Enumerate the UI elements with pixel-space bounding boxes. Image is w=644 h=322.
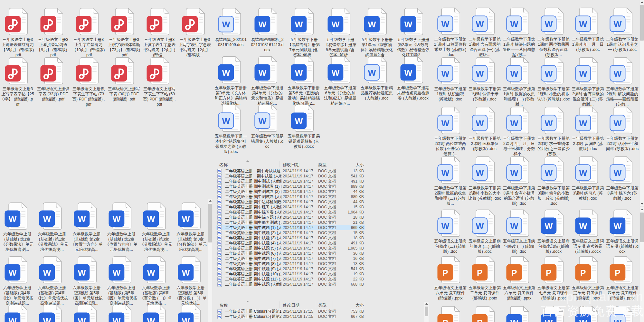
file-icon-item[interactable]: W易错题集_20210108161409.doc bbox=[213, 8, 249, 56]
scrollbar-bottom-file-list[interactable] bbox=[424, 302, 429, 322]
column-divider[interactable] bbox=[364, 301, 364, 308]
file-row[interactable]: W二年级英语上册 期中考试试题 (人教...2024/11/19 14:17DO… bbox=[216, 168, 365, 174]
file-icon-item[interactable]: W六年级数学上册 (基础版) 第6章《百分数 (一)》单元培优拔... bbox=[139, 256, 174, 304]
file-icon-item[interactable]: W三年级数学下册第2课时 年、月、日与千米和吨、分数和小... bbox=[502, 107, 536, 156]
file-icon-item[interactable]: W三年级数学下册第2课时 数据的收集和整理 (二) (苏教版... bbox=[433, 156, 468, 206]
file-icon-item[interactable]: W bbox=[173, 304, 208, 322]
file-icon-item[interactable]: W三年级数学下册第1课时 数据的收集和整理 (一) (苏教版... bbox=[502, 57, 536, 107]
file-icon-item[interactable]: W三年级数学下册第3课时 简单的小数加、减法 (苏教版) .doc bbox=[536, 156, 571, 206]
file-icon-item[interactable]: W五年级数学下册易错题集 (人教版) .doc bbox=[249, 104, 285, 153]
file-icon-item[interactable]: W五年级语文上册病句修改 (二) (部编版) .doc bbox=[433, 209, 468, 256]
file-icon-item[interactable]: W五年级数学下册第6单元《分数的加法和减法》易错题精选练习... bbox=[322, 56, 358, 104]
column-divider[interactable] bbox=[279, 161, 280, 167]
file-row[interactable]: W二年级英语上册 期中练习卷 (人教版一...2024/11/19 14:17D… bbox=[216, 210, 365, 215]
file-row[interactable]: W二年级英语上册 期中试题 (9) (人教版...2024/11/19 14:1… bbox=[216, 266, 365, 271]
file-icon-item[interactable]: W bbox=[0, 304, 35, 322]
file-icon-item[interactable]: W易错题难题解析_20210108161413.docx bbox=[249, 8, 285, 56]
file-icon-item[interactable]: W五年级数学下册期末易错点真题检测卷 (人教版) .docx bbox=[395, 56, 431, 104]
file-icon-item[interactable]: 三年级语文上册3上写字表字帖【250字】 (部编版) .pdf bbox=[0, 57, 35, 106]
file-icon-item[interactable]: W bbox=[104, 304, 139, 322]
column-divider[interactable] bbox=[315, 161, 315, 167]
scrollbar-bottom-left-panel[interactable] bbox=[208, 199, 212, 322]
column-header-size[interactable]: 大小 bbox=[336, 162, 364, 168]
file-icon-item[interactable]: W三年级数学下册第1课时 认识千米 (苏教版) .doc bbox=[468, 57, 502, 107]
file-icon-item[interactable]: W五年级数学下册一本好的"错题集"引领成功之路 (人教版) .doc bbox=[213, 104, 249, 153]
file-icon-item[interactable]: W三年级数学下册第1课时 两位数乘两位数和混合运算 (苏教版... bbox=[536, 7, 571, 57]
file-icon-item[interactable]: W三年级数学下册第1课时 小数的初步认识 (苏教版) .doc bbox=[536, 57, 571, 107]
file-icon-item[interactable]: W六年级数学上册 (基础版) 第3章《分数除法》单元培优拔高测... bbox=[139, 202, 174, 256]
file-row[interactable]: W二年级英语上册 期中测试卷 (1) (人教...2024/11/19 14:1… bbox=[216, 184, 365, 189]
file-row[interactable]: W二年级英语上册 期中测试卷 (人教版一...2024/11/19 14:17D… bbox=[216, 194, 365, 199]
file-icon-item[interactable]: W五年级语文上册病句修改 (三) (部编版) .doc bbox=[468, 209, 502, 256]
column-divider[interactable] bbox=[333, 161, 333, 167]
file-icon-item[interactable]: W六年级数学上册 (基础版) 第5章《圆》单元培优拔高测评试题... bbox=[69, 256, 104, 304]
column-header-name[interactable]: 名称 bbox=[219, 302, 228, 308]
file-icon-item[interactable]: W三年级数学下册第3课时 练习八 (苏教版) .doc bbox=[571, 156, 605, 206]
file-row[interactable]: W二年级英语上册 期中练习题 (人教版一...2024/11/19 14:17D… bbox=[216, 215, 365, 220]
file-icon-item[interactable]: W三年级数学下册第1课时 认识几分之一 (苏教版) .doc bbox=[605, 7, 639, 57]
file-icon-item[interactable]: P bbox=[433, 306, 468, 322]
file-row[interactable]: W二年级英语上册 期中测试 (人教版一起...2024/11/19 14:17D… bbox=[216, 179, 365, 184]
file-row[interactable]: W二年级英语上册 期中试题 (3) (人教版...2024/11/19 14:1… bbox=[216, 235, 365, 241]
file-icon-item[interactable]: P五年级语文上册第六单元 复习课件 (部编版) .pptx bbox=[502, 256, 536, 306]
column-header-size[interactable]: 大小 bbox=[336, 302, 364, 308]
file-icon-item[interactable]: 三年级语文上册3上识字表生字总表书写练习【2页】) (部编... bbox=[142, 8, 177, 57]
file-row[interactable]: W二年级英语上册 期中试题 (1) (人教版...2024/11/19 14:1… bbox=[216, 225, 365, 230]
column-header-type[interactable]: 类型 bbox=[318, 302, 327, 308]
file-row[interactable]: W二年级英语上册 期中试题 (6) (人教版...2024/11/19 14:1… bbox=[216, 251, 365, 256]
file-icon-item[interactable]: W五年级数学下册册第5单元《图形的运动》易错精选强化练习题(2... bbox=[286, 56, 322, 104]
file-icon-item[interactable]: W bbox=[139, 304, 174, 322]
file-icon-item[interactable]: W三年级数学下册第2课时 含有两级的混合运算 (二) (苏教版... bbox=[571, 57, 605, 107]
file-icon-item[interactable]: W三年级数学下册第2课时 认识平年和闰年 (苏教版) .doc bbox=[605, 107, 639, 156]
scrollbar-thumb[interactable] bbox=[640, 213, 644, 242]
file-icon-item[interactable]: W六年级数学上册 (基础版) 第5章《圆》单元培优拔高测评试题... bbox=[104, 256, 139, 304]
file-icon-item[interactable]: 三年级语文上册识字表生字字帖 (73页) PDF (部编版) .pdf bbox=[71, 57, 106, 106]
file-row[interactable]: W二年级英语上册 期中试题 (11) (人教...2024/11/19 14:1… bbox=[216, 277, 365, 282]
file-icon-item[interactable]: 三年级语文上册3上看拼音写词语【9页】 (部编版) .pdf bbox=[35, 8, 71, 57]
scroll-up-arrow[interactable] bbox=[640, 207, 644, 212]
file-icon-item[interactable]: W三年级数学下册第1课时 含有两级的混合运算 (一) (苏教版... bbox=[468, 7, 502, 57]
scrollbar-thumb[interactable] bbox=[208, 204, 212, 242]
file-icon-item[interactable]: W bbox=[69, 304, 104, 322]
file-icon-item[interactable]: W六年级数学上册 (基础版) 第4章《比》单元培优拔高测评试题... bbox=[0, 256, 35, 304]
file-row[interactable]: W二年级英语上册 期中试题 (人教版一...2024/11/19 14:17DO… bbox=[216, 174, 365, 179]
file-icon-item[interactable]: W三年级数学下册第2课时 求一些物体的几分之一是多少 (苏教... bbox=[536, 107, 571, 156]
file-icon-item[interactable]: W五年级数学下册【易错专练】册第7单元测试题 (含答案. 解析... bbox=[286, 8, 322, 56]
file-icon-item[interactable]: W六年级数学上册 (基础版) 第3章《分数除法》单元培优拔高测... bbox=[173, 202, 208, 256]
file-icon-item[interactable]: W五年级数学下册精品推荐易错题汇集 (人教版) .doc bbox=[358, 56, 395, 104]
file-icon-item[interactable]: W bbox=[502, 306, 536, 322]
file-icon-item[interactable]: W五年级语文上册词语专项 (部编版) .docx bbox=[605, 209, 639, 256]
file-icon-item[interactable]: P bbox=[468, 306, 502, 322]
scroll-up-arrow[interactable] bbox=[424, 302, 429, 306]
file-icon-item[interactable]: W三年级数学下册第2课时 认识吨 (苏教版) .doc bbox=[571, 107, 605, 156]
file-icon-item[interactable]: W六年级数学上册 (基础版) 第2章《位置与方向》单元培优拔高... bbox=[104, 202, 139, 256]
file-icon-item[interactable]: W三年级数学下册第1课时 年、月、日 (苏教版) .doc bbox=[571, 7, 605, 57]
file-icon-item[interactable]: 三年级语文上册写字表生字字帖 (59页) PDF (部编版) .pdf bbox=[142, 57, 177, 106]
file-icon-item[interactable]: W三年级数学下册第3课时 含有小括号的混合运算 (苏教版) .doc bbox=[502, 156, 536, 206]
column-header-date[interactable]: 修改日期 bbox=[283, 162, 299, 168]
file-row[interactable]: W二年级英语上册 期中试题 (10) (人教...2024/11/19 14:1… bbox=[216, 271, 365, 277]
scroll-up-arrow[interactable] bbox=[640, 0, 644, 4]
column-divider[interactable] bbox=[279, 301, 280, 308]
column-divider[interactable] bbox=[333, 301, 333, 308]
file-icon-item[interactable]: W五年级数学下册易错题难题解析 (人教版) .docx bbox=[286, 104, 322, 153]
file-row[interactable]: W二年级英语上册 期中试题 (5) (人教版...2024/11/19 14:1… bbox=[216, 246, 365, 251]
file-icon-item[interactable]: W五年级语文上册词语专项 参考答案 (部编版) .docx bbox=[571, 209, 605, 256]
file-icon-item[interactable]: 三年级语文上册写字表 (30页) PDF (部编版) .pdf bbox=[106, 57, 142, 106]
file-row[interactable]: W二年级英语上册 期中达标检测卷 (人教...2024/11/19 14:17D… bbox=[216, 199, 365, 204]
file-row[interactable]: W一年级英语上册 Colours习题第1课时 (...2024/11/19 17… bbox=[216, 309, 365, 314]
column-divider[interactable] bbox=[364, 161, 364, 167]
column-header-date[interactable]: 修改日期 bbox=[283, 302, 299, 308]
file-icon-item[interactable]: W三年级数学下册第3课时 练习六 (苏教版) .doc bbox=[605, 156, 639, 206]
file-icon-item[interactable]: W三年级数学下册第2课时 两位数乘两位数 (不进位) 的笔算 (... bbox=[433, 107, 468, 156]
file-icon-item[interactable]: W五年级数学下册册第3单元《长方体和正方体》易错精选强化练... bbox=[213, 56, 249, 104]
file-icon-item[interactable]: 三年级语文上册3上词语表描红练习【35页】 (部编版) .pdf bbox=[0, 8, 35, 57]
file-icon-item[interactable]: W三年级数学下册第1课时 认识面积 (苏教版) .doc bbox=[433, 57, 468, 107]
file-icon-item[interactable]: W三年级数学下册第2课时 解决问题的策略——画线段图 (苏教... bbox=[605, 57, 639, 107]
file-icon-item[interactable]: P五年级语文上册第八单元 复习课件 (部编版) .pptx bbox=[433, 256, 468, 306]
file-row[interactable]: W二年级英语上册 期中试题 (4) (人教版...2024/11/19 14:1… bbox=[216, 241, 365, 246]
file-icon-item[interactable]: W五年级数学下册册第1单元《观察物体》易错精选强化练习题2 含... bbox=[358, 8, 395, 56]
column-header-type[interactable]: 类型 bbox=[318, 162, 327, 168]
file-row[interactable]: W二年级英语上册 期中练习 (人教版一起...2024/11/19 14:17D… bbox=[216, 204, 365, 210]
file-icon-item[interactable]: W五年级数学下册册第4单元《分数的意义和性质》易错精选强化... bbox=[249, 56, 285, 104]
